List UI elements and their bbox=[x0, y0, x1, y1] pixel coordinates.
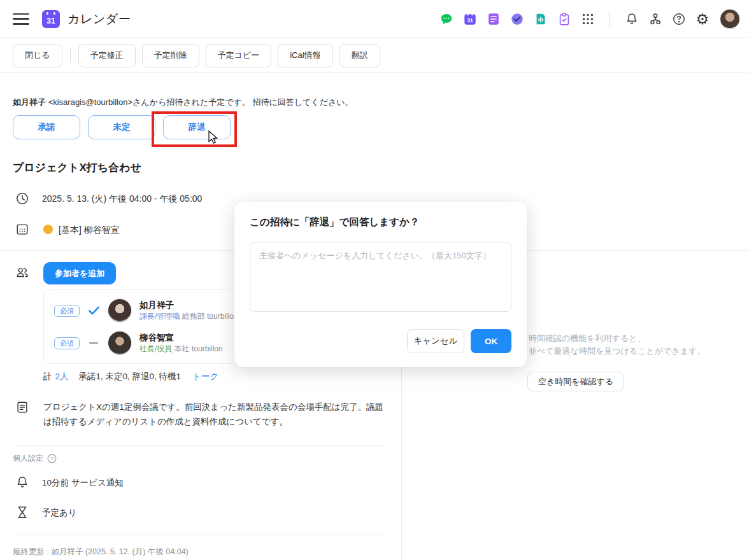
copy-event-button[interactable]: 予定コピー bbox=[206, 44, 272, 67]
ok-button[interactable]: OK bbox=[471, 329, 511, 353]
inviter-name: 如月祥子 bbox=[13, 97, 46, 107]
header-divider bbox=[610, 11, 610, 27]
event-toolbar: 閉じる 予定修正 予定削除 予定コピー iCal情報 翻訳 bbox=[0, 39, 749, 73]
pending-dash-icon bbox=[87, 342, 100, 344]
notification-bell-icon[interactable] bbox=[625, 12, 639, 26]
dialog-buttons: キャンセル OK bbox=[407, 329, 511, 353]
personal-settings-label: 個人設定 ? bbox=[13, 453, 57, 464]
last-updated: 最終更新 : 如月祥子 (2025. 5. 12. (月) 午後 04:04) bbox=[13, 547, 189, 557]
required-badge: 必須 bbox=[54, 337, 80, 349]
avatar bbox=[108, 331, 132, 355]
audio-doc-icon[interactable] bbox=[534, 12, 548, 26]
header-service-icons: 31 bbox=[439, 9, 740, 29]
check-availability-button[interactable]: 空き時間を確認する bbox=[527, 372, 624, 391]
talk-link[interactable]: トーク bbox=[192, 371, 218, 382]
attendees-icon bbox=[15, 265, 29, 279]
attendee-summary: 計 2人 承諾1, 未定0, 辞退0, 待機1 トーク bbox=[43, 371, 218, 382]
rsvp-buttons: 承諾 未定 辞退 bbox=[13, 115, 231, 139]
attendee-affiliation: 本社 tourbillon bbox=[175, 344, 223, 353]
invitation-message: 如月祥子 <kisaragis@tourbillon>さんから招待された予定です… bbox=[13, 97, 353, 108]
decline-confirm-dialog: この招待に「辞退」で回答しますか？ キャンセル OK bbox=[234, 202, 527, 367]
promo-line2: 並べて最適な時間を見つけることができます。 bbox=[529, 345, 705, 358]
svg-text:?: ? bbox=[50, 456, 54, 462]
rsvp-stats: 承諾1, 未定0, 辞退0, 待機1 bbox=[79, 371, 182, 382]
attendee-role: 社長/役員 bbox=[139, 344, 172, 353]
inviter-email: <kisaragis@tourbillon> bbox=[48, 97, 132, 107]
event-datetime: 2025. 5. 13. (火) 午後 04:00 - 午後 05:00 bbox=[42, 193, 202, 205]
dialog-title: この招待に「辞退」で回答しますか？ bbox=[250, 216, 511, 229]
edit-event-button[interactable]: 予定修正 bbox=[78, 44, 136, 67]
required-badge: 必須 bbox=[54, 305, 80, 317]
section-divider bbox=[13, 535, 386, 535]
calendar-name: [基本] 柳谷智宣 bbox=[59, 225, 120, 236]
description-icon bbox=[15, 400, 29, 414]
task-check-icon[interactable] bbox=[510, 12, 524, 26]
user-avatar[interactable] bbox=[720, 9, 740, 29]
apps-grid-icon[interactable] bbox=[581, 12, 595, 26]
clock-icon bbox=[15, 192, 29, 206]
section-divider bbox=[13, 445, 386, 446]
reminder-bell-icon bbox=[15, 475, 29, 489]
reminder-setting: 10分前 サービス通知 bbox=[42, 477, 124, 489]
mini-calendar-icon bbox=[15, 222, 29, 236]
event-description: プロジェクトXの週1定例会議です。前回決まった新製品発表会の会場手配は完了。議題… bbox=[43, 400, 390, 429]
decline-message-input[interactable] bbox=[250, 242, 511, 312]
summary-prefix: 計 bbox=[43, 371, 52, 382]
calendar-logo-day: 31 bbox=[46, 17, 55, 25]
hourglass-icon bbox=[15, 505, 29, 519]
hamburger-menu-icon[interactable] bbox=[13, 13, 29, 25]
svg-text:31: 31 bbox=[467, 17, 474, 24]
ical-info-button[interactable]: iCal情報 bbox=[278, 44, 332, 67]
add-attendee-button[interactable]: 参加者を追加 bbox=[43, 262, 116, 284]
close-button[interactable]: 閉じる bbox=[13, 44, 62, 67]
board-icon[interactable] bbox=[487, 12, 501, 26]
accept-button[interactable]: 承諾 bbox=[13, 115, 80, 139]
calendar-color-dot bbox=[43, 225, 53, 234]
page-title: カレンダー bbox=[68, 11, 131, 27]
help-icon[interactable] bbox=[672, 12, 686, 26]
toolbar-separator bbox=[70, 48, 71, 62]
org-chart-icon[interactable] bbox=[648, 12, 662, 26]
availability-status: 予定あり bbox=[42, 507, 77, 519]
attendee-affiliation: 総務部 tourbillon bbox=[182, 312, 238, 321]
talk-icon[interactable] bbox=[439, 12, 453, 26]
availability-promo-text: 時間確認の機能を利用すると、 並べて最適な時間を見つけることができます。 bbox=[529, 332, 705, 358]
event-title: プロジェクトX打ち合わせ bbox=[13, 160, 141, 175]
calendar-app-logo-icon[interactable]: 31 bbox=[42, 10, 60, 28]
cancel-button[interactable]: キャンセル bbox=[407, 329, 464, 353]
delete-event-button[interactable]: 予定削除 bbox=[142, 44, 199, 67]
translate-button[interactable]: 翻訳 bbox=[339, 44, 380, 67]
attendee-name: 如月祥子 bbox=[139, 300, 238, 311]
promo-line1: 時間確認の機能を利用すると、 bbox=[529, 332, 705, 345]
accepted-check-icon bbox=[87, 306, 100, 315]
attendee-name: 柳谷智宣 bbox=[139, 332, 223, 344]
attendee-count: 2人 bbox=[55, 371, 69, 382]
attendee-role: 課長/管理職 bbox=[139, 312, 180, 321]
tentative-button[interactable]: 未定 bbox=[88, 115, 155, 139]
calendar-app-icon[interactable]: 31 bbox=[463, 12, 477, 26]
avatar bbox=[108, 298, 132, 323]
settings-gear-icon[interactable]: ⚙ bbox=[696, 12, 709, 26]
help-tooltip-icon[interactable]: ? bbox=[47, 454, 57, 463]
decline-button[interactable]: 辞退 bbox=[163, 115, 231, 139]
app-header: 31 カレンダー 31 bbox=[0, 0, 749, 38]
survey-clipboard-icon[interactable] bbox=[557, 12, 571, 26]
calendar-event-page: 31 カレンダー 31 bbox=[0, 0, 749, 560]
personal-settings-text: 個人設定 bbox=[13, 453, 43, 464]
invitation-text: さんから招待された予定です。 招待に回答してください。 bbox=[132, 97, 353, 107]
